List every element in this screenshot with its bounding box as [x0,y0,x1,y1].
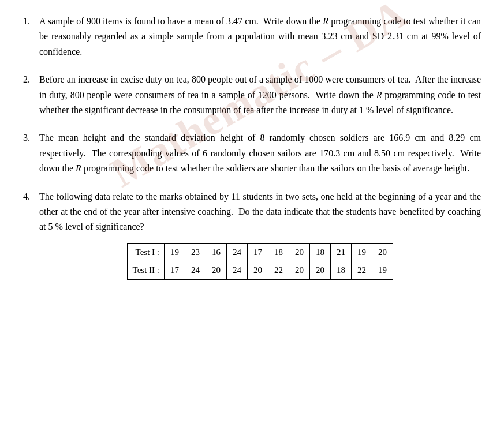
table-cell: 18 [310,243,331,261]
table-row-test2: Test II : 17 24 20 24 20 22 20 20 18 22 … [128,261,393,280]
table-row-test1: Test I : 19 23 16 24 17 18 20 18 21 19 2… [128,243,393,261]
marks-table: Test I : 19 23 16 24 17 18 20 18 21 19 2… [127,243,393,280]
question-1: 1. A sample of 900 items is found to hav… [23,14,481,59]
table-label-test2: Test II : [128,261,165,280]
table-cell: 20 [289,261,310,280]
table-cell: 19 [372,261,393,280]
question-2: 2. Before an increase in excise duty on … [23,72,481,118]
table-cell: 18 [268,243,289,261]
question-4-number: 4. [23,189,39,280]
question-4-text: The following data relate to the marks o… [39,189,481,280]
question-3-number: 3. [23,130,39,176]
question-1-number: 1. [23,14,39,59]
question-2-number: 2. [23,72,39,118]
question-3-text: The mean height and the standard deviati… [39,130,481,176]
question-3: 3. The mean height and the standard devi… [23,130,481,176]
table-cell: 19 [165,243,185,261]
question-1-text: A sample of 900 items is found to have a… [39,14,481,59]
question-4: 4. The following data relate to the mark… [23,189,481,280]
table-cell: 20 [206,261,227,280]
table-cell: 20 [248,261,268,280]
table-cell: 20 [310,261,331,280]
table-cell: 16 [206,243,227,261]
question-list: 1. A sample of 900 items is found to hav… [23,14,481,280]
table-cell: 21 [331,243,352,261]
table-cell: 19 [352,243,372,261]
table-cell: 22 [268,261,289,280]
table-cell: 20 [372,243,393,261]
table-cell: 24 [227,243,248,261]
table-cell: 24 [227,261,248,280]
table-cell: 20 [289,243,310,261]
question-2-text: Before an increase in excise duty on tea… [39,72,481,118]
table-label-test1: Test I : [128,243,165,261]
table-cell: 23 [185,243,206,261]
table-cell: 17 [248,243,268,261]
table-cell: 18 [331,261,352,280]
table-cell: 17 [165,261,185,280]
table-cell: 22 [352,261,372,280]
table-cell: 24 [185,261,206,280]
